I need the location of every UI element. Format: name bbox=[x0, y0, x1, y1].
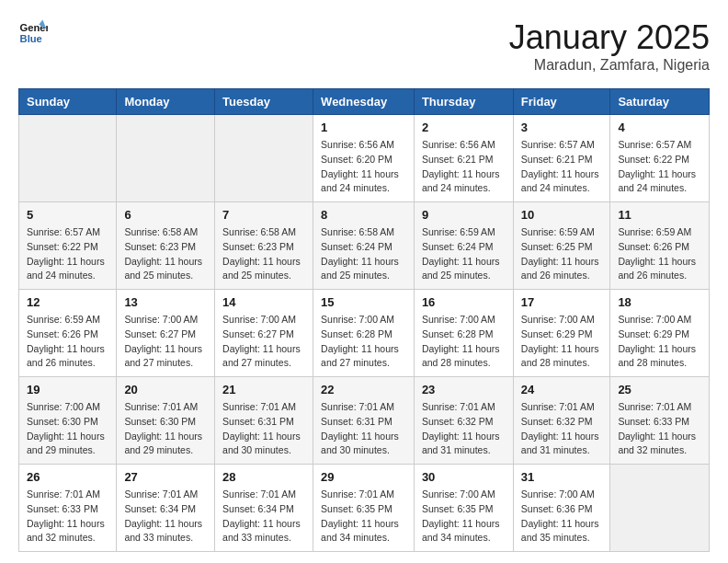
day-info: Sunrise: 7:00 AM Sunset: 6:29 PM Dayligh… bbox=[618, 313, 701, 371]
day-number: 15 bbox=[321, 295, 406, 309]
day-info: Sunrise: 7:00 AM Sunset: 6:28 PM Dayligh… bbox=[321, 313, 406, 371]
day-number: 20 bbox=[124, 383, 207, 396]
calendar-cell: 28Sunrise: 7:01 AM Sunset: 6:34 PM Dayli… bbox=[215, 465, 313, 552]
day-number: 2 bbox=[422, 121, 506, 134]
day-number: 26 bbox=[27, 470, 108, 484]
day-info: Sunrise: 7:01 AM Sunset: 6:35 PM Dayligh… bbox=[321, 488, 406, 546]
calendar-cell: 12Sunrise: 6:59 AM Sunset: 6:26 PM Dayli… bbox=[19, 290, 117, 377]
day-info: Sunrise: 7:00 AM Sunset: 6:27 PM Dayligh… bbox=[124, 313, 207, 371]
day-info: Sunrise: 7:00 AM Sunset: 6:30 PM Dayligh… bbox=[27, 400, 108, 458]
calendar-cell: 2Sunrise: 6:56 AM Sunset: 6:21 PM Daylig… bbox=[414, 115, 513, 202]
logo: General Blue bbox=[18, 18, 48, 48]
day-info: Sunrise: 6:56 AM Sunset: 6:21 PM Dayligh… bbox=[422, 138, 506, 196]
day-info: Sunrise: 7:00 AM Sunset: 6:28 PM Dayligh… bbox=[422, 313, 506, 371]
day-number: 12 bbox=[27, 295, 108, 309]
calendar-cell: 1Sunrise: 6:56 AM Sunset: 6:20 PM Daylig… bbox=[313, 115, 415, 202]
day-info: Sunrise: 6:56 AM Sunset: 6:20 PM Dayligh… bbox=[321, 138, 406, 196]
day-info: Sunrise: 7:00 AM Sunset: 6:27 PM Dayligh… bbox=[222, 313, 305, 371]
day-number: 28 bbox=[222, 470, 305, 484]
calendar-cell: 24Sunrise: 7:01 AM Sunset: 6:32 PM Dayli… bbox=[513, 377, 610, 465]
day-number: 13 bbox=[124, 295, 207, 309]
calendar-cell: 27Sunrise: 7:01 AM Sunset: 6:34 PM Dayli… bbox=[117, 465, 215, 552]
calendar-cell: 10Sunrise: 6:59 AM Sunset: 6:25 PM Dayli… bbox=[513, 202, 610, 290]
day-info: Sunrise: 7:01 AM Sunset: 6:33 PM Dayligh… bbox=[27, 488, 108, 546]
day-number: 4 bbox=[618, 121, 701, 134]
calendar-cell bbox=[117, 115, 215, 202]
day-info: Sunrise: 6:59 AM Sunset: 6:25 PM Dayligh… bbox=[521, 225, 603, 283]
weekday-header-monday: Monday bbox=[117, 89, 215, 115]
day-info: Sunrise: 6:59 AM Sunset: 6:26 PM Dayligh… bbox=[618, 225, 701, 283]
calendar-cell bbox=[610, 465, 710, 552]
calendar-cell: 20Sunrise: 7:01 AM Sunset: 6:30 PM Dayli… bbox=[117, 377, 215, 465]
day-number: 19 bbox=[27, 383, 108, 396]
page-header: General Blue January 2025 Maradun, Zamfa… bbox=[18, 18, 710, 74]
calendar-cell: 14Sunrise: 7:00 AM Sunset: 6:27 PM Dayli… bbox=[215, 290, 313, 377]
weekday-header-thursday: Thursday bbox=[414, 89, 513, 115]
weekday-header-saturday: Saturday bbox=[610, 89, 710, 115]
location-subtitle: Maradun, Zamfara, Nigeria bbox=[509, 57, 710, 74]
day-number: 25 bbox=[618, 383, 701, 396]
day-number: 16 bbox=[422, 295, 506, 309]
calendar-cell: 7Sunrise: 6:58 AM Sunset: 6:23 PM Daylig… bbox=[215, 202, 313, 290]
calendar-cell bbox=[215, 115, 313, 202]
calendar-cell: 26Sunrise: 7:01 AM Sunset: 6:33 PM Dayli… bbox=[19, 465, 117, 552]
day-info: Sunrise: 7:01 AM Sunset: 6:34 PM Dayligh… bbox=[222, 488, 305, 546]
weekday-header-sunday: Sunday bbox=[19, 89, 117, 115]
calendar-cell: 23Sunrise: 7:01 AM Sunset: 6:32 PM Dayli… bbox=[414, 377, 513, 465]
day-info: Sunrise: 6:59 AM Sunset: 6:24 PM Dayligh… bbox=[422, 225, 506, 283]
day-number: 29 bbox=[321, 470, 406, 484]
month-title: January 2025 bbox=[509, 18, 710, 57]
logo-icon: General Blue bbox=[18, 18, 48, 48]
day-info: Sunrise: 6:57 AM Sunset: 6:21 PM Dayligh… bbox=[521, 138, 603, 196]
title-block: January 2025 Maradun, Zamfara, Nigeria bbox=[509, 18, 710, 74]
calendar-cell: 17Sunrise: 7:00 AM Sunset: 6:29 PM Dayli… bbox=[513, 290, 610, 377]
day-number: 18 bbox=[618, 295, 701, 309]
calendar-cell: 16Sunrise: 7:00 AM Sunset: 6:28 PM Dayli… bbox=[414, 290, 513, 377]
calendar-cell: 29Sunrise: 7:01 AM Sunset: 6:35 PM Dayli… bbox=[313, 465, 415, 552]
weekday-header-friday: Friday bbox=[513, 89, 610, 115]
day-info: Sunrise: 7:01 AM Sunset: 6:33 PM Dayligh… bbox=[618, 400, 701, 458]
day-info: Sunrise: 7:01 AM Sunset: 6:34 PM Dayligh… bbox=[124, 488, 207, 546]
calendar-cell: 11Sunrise: 6:59 AM Sunset: 6:26 PM Dayli… bbox=[610, 202, 710, 290]
day-number: 10 bbox=[521, 208, 603, 222]
day-info: Sunrise: 7:01 AM Sunset: 6:31 PM Dayligh… bbox=[321, 400, 406, 458]
day-number: 8 bbox=[321, 208, 406, 222]
day-info: Sunrise: 6:58 AM Sunset: 6:23 PM Dayligh… bbox=[124, 225, 207, 283]
calendar-week-row: 1Sunrise: 6:56 AM Sunset: 6:20 PM Daylig… bbox=[19, 115, 710, 202]
day-info: Sunrise: 6:57 AM Sunset: 6:22 PM Dayligh… bbox=[618, 138, 701, 196]
calendar-week-row: 26Sunrise: 7:01 AM Sunset: 6:33 PM Dayli… bbox=[19, 465, 710, 552]
day-info: Sunrise: 7:00 AM Sunset: 6:35 PM Dayligh… bbox=[422, 488, 506, 546]
calendar-cell bbox=[19, 115, 117, 202]
day-info: Sunrise: 6:58 AM Sunset: 6:24 PM Dayligh… bbox=[321, 225, 406, 283]
calendar-cell: 18Sunrise: 7:00 AM Sunset: 6:29 PM Dayli… bbox=[610, 290, 710, 377]
day-info: Sunrise: 7:01 AM Sunset: 6:31 PM Dayligh… bbox=[222, 400, 305, 458]
day-number: 5 bbox=[27, 208, 108, 222]
day-number: 11 bbox=[618, 208, 701, 222]
calendar-table: SundayMondayTuesdayWednesdayThursdayFrid… bbox=[18, 88, 710, 552]
calendar-cell: 3Sunrise: 6:57 AM Sunset: 6:21 PM Daylig… bbox=[513, 115, 610, 202]
calendar-cell: 8Sunrise: 6:58 AM Sunset: 6:24 PM Daylig… bbox=[313, 202, 415, 290]
svg-text:Blue: Blue bbox=[20, 33, 42, 44]
calendar-cell: 5Sunrise: 6:57 AM Sunset: 6:22 PM Daylig… bbox=[19, 202, 117, 290]
day-info: Sunrise: 7:01 AM Sunset: 6:32 PM Dayligh… bbox=[422, 400, 506, 458]
day-number: 6 bbox=[124, 208, 207, 222]
day-number: 24 bbox=[521, 383, 603, 396]
calendar-cell: 19Sunrise: 7:00 AM Sunset: 6:30 PM Dayli… bbox=[19, 377, 117, 465]
day-info: Sunrise: 6:58 AM Sunset: 6:23 PM Dayligh… bbox=[222, 225, 305, 283]
day-number: 1 bbox=[321, 121, 406, 134]
day-number: 3 bbox=[521, 121, 603, 134]
day-number: 14 bbox=[222, 295, 305, 309]
calendar-cell: 13Sunrise: 7:00 AM Sunset: 6:27 PM Dayli… bbox=[117, 290, 215, 377]
calendar-cell: 21Sunrise: 7:01 AM Sunset: 6:31 PM Dayli… bbox=[215, 377, 313, 465]
calendar-cell: 25Sunrise: 7:01 AM Sunset: 6:33 PM Dayli… bbox=[610, 377, 710, 465]
day-number: 22 bbox=[321, 383, 406, 396]
day-number: 23 bbox=[422, 383, 506, 396]
calendar-cell: 30Sunrise: 7:00 AM Sunset: 6:35 PM Dayli… bbox=[414, 465, 513, 552]
weekday-header-wednesday: Wednesday bbox=[313, 89, 415, 115]
day-number: 30 bbox=[422, 470, 506, 484]
calendar-cell: 15Sunrise: 7:00 AM Sunset: 6:28 PM Dayli… bbox=[313, 290, 415, 377]
day-info: Sunrise: 7:01 AM Sunset: 6:30 PM Dayligh… bbox=[124, 400, 207, 458]
day-number: 7 bbox=[222, 208, 305, 222]
calendar-cell: 4Sunrise: 6:57 AM Sunset: 6:22 PM Daylig… bbox=[610, 115, 710, 202]
calendar-week-row: 5Sunrise: 6:57 AM Sunset: 6:22 PM Daylig… bbox=[19, 202, 710, 290]
